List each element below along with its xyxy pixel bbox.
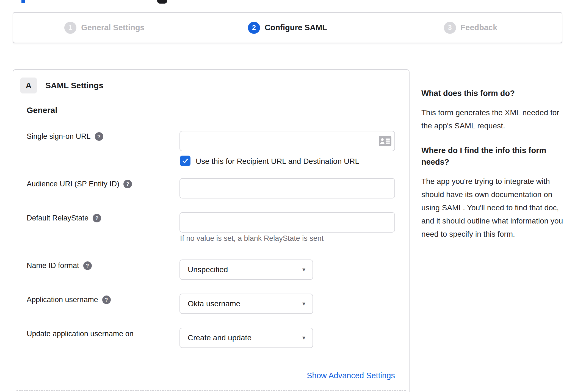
audience-uri-label-text: Audience URI (SP Entity ID)	[27, 180, 119, 188]
sso-url-label-text: Single sign-on URL	[27, 132, 91, 141]
step-label: General Settings	[81, 23, 144, 32]
relay-state-input[interactable]	[179, 212, 395, 233]
help-heading-find-info: Where do I find the info this form needs…	[421, 145, 563, 168]
chevron-down-icon: ▾	[302, 300, 305, 307]
step-feedback[interactable]: 3 Feedback	[379, 13, 562, 43]
advanced-settings-row: Show Advanced Settings	[179, 371, 395, 380]
help-sidebar: What does this form do? This form genera…	[421, 87, 563, 253]
application-username-label: Application username ?	[27, 296, 111, 304]
sso-url-label: Single sign-on URL ?	[27, 132, 103, 141]
audience-uri-label: Audience URI (SP Entity ID) ?	[27, 180, 132, 188]
step-number-badge: 1	[64, 22, 76, 34]
help-icon[interactable]: ?	[95, 132, 103, 141]
application-username-select[interactable]: Okta username ▾	[179, 294, 313, 314]
recipient-url-checkbox[interactable]	[180, 156, 190, 166]
section-a-badge: A	[20, 78, 37, 93]
cropped-logo-fragment	[157, 0, 167, 4]
chevron-down-icon: ▾	[302, 334, 305, 341]
help-icon[interactable]: ?	[83, 261, 92, 270]
contact-card-icon[interactable]	[379, 136, 391, 146]
section-divider	[16, 390, 406, 391]
application-username-value: Okta username	[188, 299, 240, 308]
name-id-format-label: Name ID format ?	[27, 261, 92, 270]
step-general-settings[interactable]: 1 General Settings	[13, 13, 196, 43]
name-id-format-select[interactable]: Unspecified ▾	[179, 260, 313, 280]
update-username-label-text: Update application username on	[27, 330, 134, 338]
help-icon[interactable]: ?	[102, 296, 111, 304]
step-configure-saml[interactable]: 2 Configure SAML	[196, 13, 379, 43]
panel-title: SAML Settings	[45, 78, 103, 93]
step-number-badge: 2	[248, 22, 260, 34]
name-id-format-label-text: Name ID format	[27, 261, 79, 270]
help-icon[interactable]: ?	[123, 180, 132, 188]
step-label: Feedback	[461, 23, 497, 32]
sso-url-input[interactable]	[179, 131, 395, 151]
chevron-down-icon: ▾	[302, 266, 305, 273]
help-icon[interactable]: ?	[93, 214, 101, 222]
cropped-header-fragment	[21, 0, 25, 3]
step-label: Configure SAML	[265, 23, 327, 32]
wizard-stepper: 1 General Settings 2 Configure SAML 3 Fe…	[13, 12, 562, 43]
general-section-title: General	[27, 106, 57, 115]
check-icon	[182, 157, 189, 164]
audience-uri-input[interactable]	[179, 178, 395, 198]
update-username-select[interactable]: Create and update ▾	[179, 328, 313, 348]
help-heading-form-purpose: What does this form do?	[421, 87, 563, 99]
recipient-url-checkbox-label[interactable]: Use this for Recipient URL and Destinati…	[196, 157, 359, 166]
saml-settings-panel: A SAML Settings General Single sign-on U…	[13, 69, 410, 392]
application-username-label-text: Application username	[27, 296, 98, 304]
relay-state-label: Default RelayState ?	[27, 214, 101, 222]
update-username-label: Update application username on	[27, 330, 134, 338]
step-number-badge: 3	[444, 22, 456, 34]
help-paragraph-find-info: The app you're trying to integrate with …	[421, 175, 563, 241]
help-paragraph-form-purpose: This form generates the XML needed for t…	[421, 106, 563, 132]
show-advanced-settings-link[interactable]: Show Advanced Settings	[307, 371, 395, 380]
name-id-format-value: Unspecified	[188, 265, 228, 274]
relay-state-hint: If no value is set, a blank RelayState i…	[180, 234, 324, 243]
relay-state-label-text: Default RelayState	[27, 214, 89, 222]
update-username-value: Create and update	[188, 333, 251, 342]
